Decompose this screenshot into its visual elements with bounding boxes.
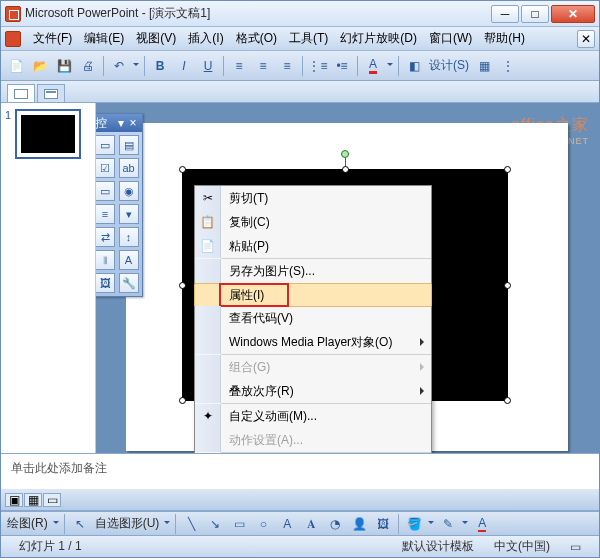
menu-insert[interactable]: 插入(I) <box>182 28 229 49</box>
open-icon[interactable]: 📂 <box>29 55 51 77</box>
slide-canvas[interactable]: office之家 OFFICE.JB51.NET <box>96 103 599 453</box>
ctrl-label-icon[interactable]: A <box>119 250 139 270</box>
underline-icon[interactable]: U <box>197 55 219 77</box>
ctx-action-settings: 动作设置(A)... <box>195 428 431 452</box>
resize-handle[interactable] <box>179 282 186 289</box>
draw-dropdown[interactable] <box>52 513 60 535</box>
tab-slides[interactable] <box>7 84 35 102</box>
ctx-order[interactable]: 叠放次序(R) <box>195 379 431 403</box>
ctrl-list-icon[interactable]: ≡ <box>96 204 115 224</box>
thumbnail-1[interactable]: 1 <box>5 109 91 159</box>
menu-help[interactable]: 帮助(H) <box>478 28 531 49</box>
resize-handle[interactable] <box>179 166 186 173</box>
font-color-icon[interactable]: A <box>362 55 384 77</box>
control-toolbox[interactable]: 控 ▾ × ▭ ▤ ☑ ab ▭ ◉ ≡ ▾ ⇄ ↕ ⫴ A � <box>96 113 143 297</box>
design-icon[interactable]: ◧ <box>403 55 425 77</box>
ctx-cut[interactable]: ✂剪切(T) <box>195 186 431 210</box>
ctrl-checkbox-icon[interactable]: ☑ <box>96 158 115 178</box>
bullets-icon[interactable]: •≡ <box>331 55 353 77</box>
select-icon[interactable]: ↖ <box>69 513 91 535</box>
ctx-wmp-object[interactable]: Windows Media Player对象(O) <box>195 330 431 354</box>
ctrl-combo-icon[interactable]: ▾ <box>119 204 139 224</box>
undo-icon[interactable]: ↶ <box>108 55 130 77</box>
align-center-icon[interactable]: ≡ <box>252 55 274 77</box>
bold-icon[interactable]: B <box>149 55 171 77</box>
align-left-icon[interactable]: ≡ <box>228 55 250 77</box>
autoshapes-dropdown[interactable] <box>163 513 171 535</box>
ctrl-pointer-icon[interactable]: ▭ <box>96 135 115 155</box>
resize-handle[interactable] <box>504 166 511 173</box>
draw-menu[interactable]: 绘图(R) <box>5 515 50 532</box>
ctrl-button-icon[interactable]: ▭ <box>96 181 115 201</box>
ctx-save-as-picture[interactable]: 另存为图片(S)... <box>195 259 431 283</box>
close-button[interactable]: ✕ <box>551 5 595 23</box>
sorter-view-icon[interactable]: ▦ <box>24 493 42 507</box>
rotate-handle[interactable] <box>341 150 349 158</box>
resize-handle[interactable] <box>179 397 186 404</box>
thumbnail-pane[interactable]: 1 <box>1 103 96 453</box>
picture-icon[interactable]: 🖼 <box>372 513 394 535</box>
linecolor-dropdown[interactable] <box>461 513 469 535</box>
menu-slideshow[interactable]: 幻灯片放映(D) <box>334 28 423 49</box>
doc-icon <box>5 31 21 47</box>
more-icon[interactable]: ⋮ <box>497 55 519 77</box>
resize-handle[interactable] <box>504 397 511 404</box>
resize-handle[interactable] <box>504 282 511 289</box>
print-icon[interactable]: 🖨 <box>77 55 99 77</box>
ctrl-option-icon[interactable]: ◉ <box>119 181 139 201</box>
clipart-icon[interactable]: 👤 <box>348 513 370 535</box>
align-right-icon[interactable]: ≡ <box>276 55 298 77</box>
resize-handle[interactable] <box>342 166 349 173</box>
menu-edit[interactable]: 编辑(E) <box>78 28 130 49</box>
line-color-icon[interactable]: ✎ <box>437 513 459 535</box>
menu-view[interactable]: 视图(V) <box>130 28 182 49</box>
menu-format[interactable]: 格式(O) <box>230 28 283 49</box>
arrow-icon[interactable]: ↘ <box>204 513 226 535</box>
autoshapes-menu[interactable]: 自选图形(U) <box>93 515 162 532</box>
control-toolbox-header[interactable]: 控 ▾ × <box>96 114 142 132</box>
notes-pane[interactable]: 单击此处添加备注 <box>1 453 599 489</box>
maximize-button[interactable]: □ <box>521 5 549 23</box>
ctx-custom-animation[interactable]: ✦自定义动画(M)... <box>195 404 431 428</box>
new-icon[interactable]: 📄 <box>5 55 27 77</box>
status-template: 默认设计模板 <box>392 538 484 555</box>
ctx-copy[interactable]: 📋复制(C) <box>195 210 431 234</box>
undo-dropdown[interactable] <box>132 55 140 77</box>
ctrl-textbox-icon[interactable]: ab <box>119 158 139 178</box>
ctrl-scroll-icon[interactable]: ⫴ <box>96 250 115 270</box>
ctrl-spin-icon[interactable]: ↕ <box>119 227 139 247</box>
fill-color-icon[interactable]: 🪣 <box>403 513 425 535</box>
ctx-view-code[interactable]: 查看代码(V) <box>195 306 431 330</box>
menu-file[interactable]: 文件(F) <box>27 28 78 49</box>
normal-view-icon[interactable]: ▣ <box>5 493 23 507</box>
slideshow-view-icon[interactable]: ▭ <box>43 493 61 507</box>
layout-icon[interactable]: ▦ <box>473 55 495 77</box>
line-icon[interactable]: ╲ <box>180 513 202 535</box>
font-color-dropdown[interactable] <box>386 55 394 77</box>
minimize-button[interactable]: ─ <box>491 5 519 23</box>
ctrl-toggle-icon[interactable]: ⇄ <box>96 227 115 247</box>
tab-outline[interactable] <box>37 84 65 102</box>
ctrl-image-icon[interactable]: 🖼 <box>96 273 115 293</box>
italic-icon[interactable]: I <box>173 55 195 77</box>
save-icon[interactable]: 💾 <box>53 55 75 77</box>
notes-placeholder: 单击此处添加备注 <box>11 461 107 475</box>
oval-icon[interactable]: ○ <box>252 513 274 535</box>
textbox-icon[interactable]: A <box>276 513 298 535</box>
wordart-icon[interactable]: 𝐀 <box>300 513 322 535</box>
ctx-properties[interactable]: 属性(I) <box>194 283 432 307</box>
ctx-paste[interactable]: 📄粘贴(P) <box>195 234 431 258</box>
doc-close-button[interactable]: ✕ <box>577 30 595 48</box>
rectangle-icon[interactable]: ▭ <box>228 513 250 535</box>
font-color-icon[interactable]: A <box>471 513 493 535</box>
menu-tools[interactable]: 工具(T) <box>283 28 334 49</box>
ctrl-properties-icon[interactable]: ▤ <box>119 135 139 155</box>
ctrl-more-icon[interactable]: 🔧 <box>119 273 139 293</box>
design-button[interactable]: 设计(S) <box>427 57 471 74</box>
menu-window[interactable]: 窗口(W) <box>423 28 478 49</box>
close-icon[interactable]: × <box>127 117 139 129</box>
diagram-icon[interactable]: ◔ <box>324 513 346 535</box>
chevron-down-icon[interactable]: ▾ <box>115 117 127 129</box>
fill-dropdown[interactable] <box>427 513 435 535</box>
numbering-icon[interactable]: ⋮≡ <box>307 55 329 77</box>
